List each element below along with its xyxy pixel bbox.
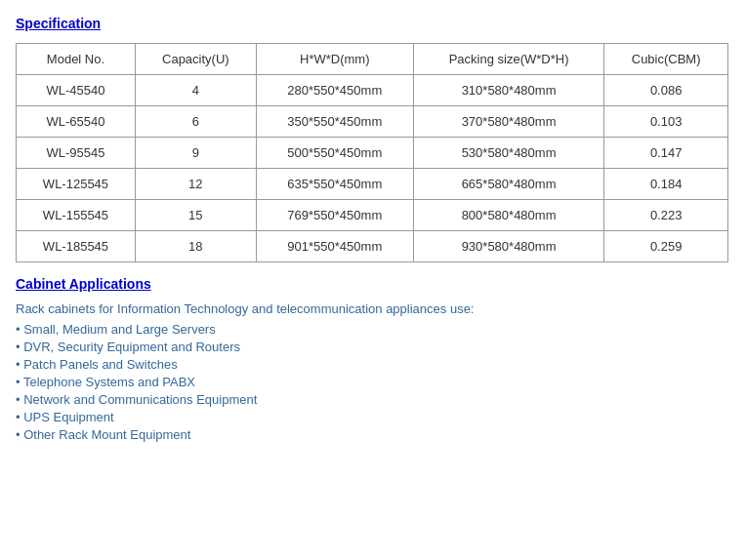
table-row: WL-655406350*550*450mm370*580*480mm0.103 bbox=[17, 106, 728, 138]
table-row: WL-455404280*550*450mm310*580*480mm0.086 bbox=[17, 75, 728, 106]
table-cell-hwd: 350*550*450mm bbox=[256, 106, 413, 138]
specification-table: Model No. Capacity(U) H*W*D(mm) Packing … bbox=[16, 43, 728, 262]
table-cell-hwd: 280*550*450mm bbox=[256, 75, 413, 106]
col-header-cubic: Cubic(CBM) bbox=[604, 44, 728, 75]
bullets-list: • Small, Medium and Large Servers• DVR, … bbox=[16, 322, 730, 442]
bullet-item: • DVR, Security Equipment and Routers bbox=[16, 340, 730, 354]
bullet-item: • Small, Medium and Large Servers bbox=[16, 322, 730, 337]
table-cell-capacity: 6 bbox=[135, 106, 256, 138]
table-row: WL-18554518901*550*450mm930*580*480mm0.2… bbox=[17, 231, 728, 262]
cabinet-applications-link[interactable]: Cabinet Applications bbox=[16, 276, 151, 292]
table-cell-cubic: 0.184 bbox=[604, 169, 728, 200]
table-cell-packing: 800*580*480mm bbox=[413, 200, 603, 231]
table-cell-cubic: 0.259 bbox=[604, 231, 728, 262]
col-header-packing: Packing size(W*D*H) bbox=[413, 44, 603, 75]
table-cell-model: WL-65540 bbox=[17, 106, 136, 138]
table-cell-model: WL-45540 bbox=[17, 75, 136, 106]
bullet-item: • Telephone Systems and PABX bbox=[16, 375, 730, 389]
table-cell-model: WL-95545 bbox=[17, 138, 136, 169]
table-cell-cubic: 0.147 bbox=[604, 138, 728, 169]
table-cell-model: WL-155545 bbox=[17, 200, 136, 231]
table-cell-hwd: 769*550*450mm bbox=[256, 200, 413, 231]
table-header-row: Model No. Capacity(U) H*W*D(mm) Packing … bbox=[17, 44, 728, 75]
table-row: WL-12554512635*550*450mm665*580*480mm0.1… bbox=[17, 169, 728, 200]
table-row: WL-15554515769*550*450mm800*580*480mm0.2… bbox=[17, 200, 728, 231]
table-cell-model: WL-185545 bbox=[17, 231, 136, 262]
col-header-capacity: Capacity(U) bbox=[135, 44, 256, 75]
table-row: WL-955459500*550*450mm530*580*480mm0.147 bbox=[17, 138, 728, 169]
table-cell-packing: 530*580*480mm bbox=[413, 138, 603, 169]
table-cell-capacity: 9 bbox=[135, 138, 256, 169]
table-cell-capacity: 18 bbox=[135, 231, 256, 262]
specification-link[interactable]: Specification bbox=[16, 16, 101, 31]
table-cell-packing: 930*580*480mm bbox=[413, 231, 603, 262]
col-header-model: Model No. bbox=[17, 44, 136, 75]
table-cell-packing: 665*580*480mm bbox=[413, 169, 603, 200]
table-cell-model: WL-125545 bbox=[17, 169, 136, 200]
bullet-item: • UPS Equipment bbox=[16, 410, 730, 424]
table-cell-capacity: 12 bbox=[135, 169, 256, 200]
bullet-item: • Other Rack Mount Equipment bbox=[16, 427, 730, 442]
bullet-item: • Network and Communications Equipment bbox=[16, 392, 730, 407]
table-cell-cubic: 0.223 bbox=[604, 200, 728, 231]
bullet-item: • Patch Panels and Switches bbox=[16, 357, 730, 372]
cabinet-applications-intro: Rack cabinets for Information Technology… bbox=[16, 301, 730, 316]
table-cell-hwd: 635*550*450mm bbox=[256, 169, 413, 200]
table-cell-capacity: 4 bbox=[135, 75, 256, 106]
col-header-hwd: H*W*D(mm) bbox=[256, 44, 413, 75]
table-cell-hwd: 901*550*450mm bbox=[256, 231, 413, 262]
table-cell-capacity: 15 bbox=[135, 200, 256, 231]
table-cell-packing: 370*580*480mm bbox=[413, 106, 603, 138]
table-cell-hwd: 500*550*450mm bbox=[256, 138, 413, 169]
table-cell-cubic: 0.103 bbox=[604, 106, 728, 138]
table-cell-cubic: 0.086 bbox=[604, 75, 728, 106]
table-cell-packing: 310*580*480mm bbox=[413, 75, 603, 106]
